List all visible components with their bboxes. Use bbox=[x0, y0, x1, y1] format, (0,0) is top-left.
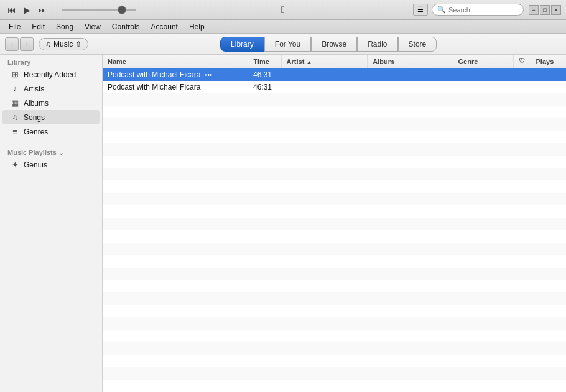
sidebar-item-genres[interactable]: ≡ Genres bbox=[2, 124, 100, 139]
search-input[interactable] bbox=[448, 6, 518, 14]
play-button[interactable]: ▶ bbox=[21, 4, 33, 16]
title-bar-right: ☰ 🔍 bbox=[413, 4, 524, 16]
table-row-empty bbox=[103, 380, 566, 392]
music-note-icon: ♫ bbox=[45, 40, 51, 49]
tab-library[interactable]: Library bbox=[220, 37, 264, 52]
menu-controls[interactable]: Controls bbox=[107, 21, 145, 32]
row-dots: ••• bbox=[203, 71, 212, 78]
cell-time: 46:31 bbox=[248, 68, 281, 81]
search-icon: 🔍 bbox=[437, 6, 446, 14]
table-body: Podcast with Michael Ficara •••46:31Podc… bbox=[103, 68, 566, 393]
cell-genre bbox=[453, 68, 513, 81]
progress-thumb[interactable] bbox=[118, 6, 126, 14]
cell-name: Podcast with Michael Ficara bbox=[103, 81, 248, 93]
col-header-time[interactable]: Time bbox=[248, 55, 281, 68]
genius-icon: ✦ bbox=[10, 160, 20, 169]
songs-table: Name Time Artist ▲ Album Genre ♡ Plays P… bbox=[103, 55, 566, 392]
progress-track[interactable] bbox=[62, 9, 136, 11]
cell-time: 46:31 bbox=[248, 81, 281, 93]
table-row-empty bbox=[103, 106, 566, 118]
albums-icon: ▦ bbox=[10, 98, 20, 108]
table-row-empty bbox=[103, 143, 566, 156]
sidebar-item-artists[interactable]: ♪ Artists bbox=[2, 82, 100, 96]
menu-edit[interactable]: Edit bbox=[27, 21, 50, 32]
cell-heart bbox=[513, 81, 531, 93]
nav-back-button[interactable]: ‹ bbox=[5, 37, 19, 51]
menu-toggle-button[interactable]: ☰ bbox=[413, 4, 428, 16]
prev-button[interactable]: ⏮ bbox=[5, 4, 19, 16]
menu-file[interactable]: File bbox=[4, 21, 26, 32]
sidebar-item-songs[interactable]: ♫ Songs bbox=[2, 110, 100, 124]
location-chevron: ⇧ bbox=[75, 40, 81, 49]
nav-forward-button[interactable]: › bbox=[20, 37, 34, 51]
table-row-empty bbox=[103, 367, 566, 380]
location-selector[interactable]: ♫ Music ⇧ bbox=[39, 38, 88, 50]
sidebar-label-songs: Songs bbox=[24, 113, 45, 122]
col-header-plays[interactable]: Plays bbox=[531, 55, 566, 68]
col-header-heart[interactable]: ♡ bbox=[513, 55, 531, 68]
col-header-artist[interactable]: Artist ▲ bbox=[281, 55, 368, 68]
menu-bar: File Edit Song View Controls Account Hel… bbox=[0, 20, 566, 34]
table-row-empty bbox=[103, 243, 566, 255]
next-button[interactable]: ⏭ bbox=[35, 4, 49, 16]
recently-added-icon: ⊞ bbox=[10, 70, 20, 79]
progress-bar[interactable] bbox=[62, 9, 136, 11]
col-header-album[interactable]: Album bbox=[368, 55, 453, 68]
cell-album bbox=[368, 81, 453, 93]
tab-for-you[interactable]: For You bbox=[264, 37, 311, 52]
restore-button[interactable]: □ bbox=[540, 5, 550, 15]
menu-song[interactable]: Song bbox=[51, 21, 78, 32]
transport-controls: ⏮ ▶ ⏭ bbox=[5, 4, 49, 16]
cell-name: Podcast with Michael Ficara ••• bbox=[103, 68, 248, 81]
table-header-row: Name Time Artist ▲ Album Genre ♡ Plays bbox=[103, 55, 566, 68]
table-row-empty bbox=[103, 118, 566, 131]
close-button[interactable]: × bbox=[551, 5, 561, 15]
table-row-empty bbox=[103, 255, 566, 268]
sidebar-label-recently-added: Recently Added bbox=[24, 70, 76, 79]
sidebar-item-recently-added[interactable]: ⊞ Recently Added bbox=[2, 67, 100, 82]
tab-radio[interactable]: Radio bbox=[357, 37, 397, 52]
col-header-name[interactable]: Name bbox=[103, 55, 248, 68]
menu-view[interactable]: View bbox=[80, 21, 106, 32]
table-row-empty bbox=[103, 280, 566, 292]
table-row-empty bbox=[103, 205, 566, 218]
tab-store[interactable]: Store bbox=[398, 37, 437, 52]
cell-plays bbox=[531, 81, 566, 93]
tab-browse[interactable]: Browse bbox=[311, 37, 357, 52]
table-row-empty bbox=[103, 93, 566, 106]
menu-help[interactable]: Help bbox=[184, 21, 210, 32]
main-layout: Library ⊞ Recently Added ♪ Artists ▦ Alb… bbox=[0, 55, 566, 392]
sidebar-label-genres: Genres bbox=[24, 128, 48, 136]
sidebar-item-albums[interactable]: ▦ Albums bbox=[2, 96, 100, 110]
table-row-empty bbox=[103, 268, 566, 280]
table-row-empty bbox=[103, 230, 566, 243]
menu-account[interactable]: Account bbox=[146, 21, 183, 32]
sidebar-label-albums: Albums bbox=[24, 99, 49, 108]
table-row-empty bbox=[103, 292, 566, 305]
window-controls: − □ × bbox=[529, 5, 561, 15]
title-bar-left: ⏮ ▶ ⏭ bbox=[5, 4, 144, 16]
table-row-empty bbox=[103, 218, 566, 230]
content-area: Name Time Artist ▲ Album Genre ♡ Plays P… bbox=[103, 55, 566, 392]
cell-genre bbox=[453, 81, 513, 93]
table-row-empty bbox=[103, 168, 566, 180]
table-row-empty bbox=[103, 180, 566, 193]
nav-arrows: ‹ › bbox=[5, 37, 34, 51]
library-section-label: Library bbox=[0, 55, 102, 67]
table-row-empty bbox=[103, 355, 566, 367]
table-row-empty bbox=[103, 156, 566, 168]
col-header-genre[interactable]: Genre bbox=[453, 55, 513, 68]
table-row[interactable]: Podcast with Michael Ficara •••46:31 bbox=[103, 68, 566, 81]
search-box: 🔍 bbox=[432, 4, 524, 16]
table-row-empty bbox=[103, 317, 566, 330]
sidebar-label-artists: Artists bbox=[24, 85, 44, 93]
table-row[interactable]: Podcast with Michael Ficara46:31 bbox=[103, 81, 566, 93]
table-row-empty bbox=[103, 131, 566, 143]
minimize-button[interactable]: − bbox=[529, 5, 539, 15]
table-row-empty bbox=[103, 342, 566, 355]
tab-group: Library For You Browse Radio Store bbox=[220, 37, 437, 52]
sidebar-item-genius[interactable]: ✦ Genius bbox=[2, 157, 100, 172]
cell-plays bbox=[531, 68, 566, 81]
genres-icon: ≡ bbox=[10, 127, 20, 136]
table-row-empty bbox=[103, 305, 566, 317]
